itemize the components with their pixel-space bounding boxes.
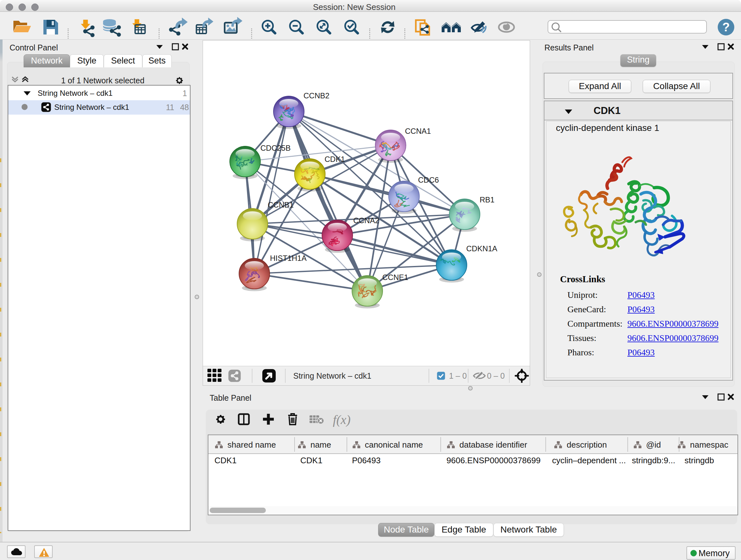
svg-text:CDC6: CDC6: [418, 176, 439, 184]
svg-text:HIST1H1A: HIST1H1A: [270, 254, 307, 262]
svg-text:CCNB2: CCNB2: [304, 91, 329, 100]
svg-text:CCNE1: CCNE1: [382, 273, 408, 282]
svg-text:CCNA2: CCNA2: [353, 216, 379, 225]
svg-text:CCNA1: CCNA1: [405, 127, 431, 135]
svg-text:CCNB1: CCNB1: [268, 200, 293, 209]
svg-text:CDC25B: CDC25B: [260, 144, 291, 152]
svg-text:CDKN1A: CDKN1A: [466, 244, 497, 253]
svg-text:RB1: RB1: [480, 195, 495, 204]
svg-text:?: ?: [722, 20, 730, 34]
svg-text:CDK1: CDK1: [325, 155, 345, 164]
